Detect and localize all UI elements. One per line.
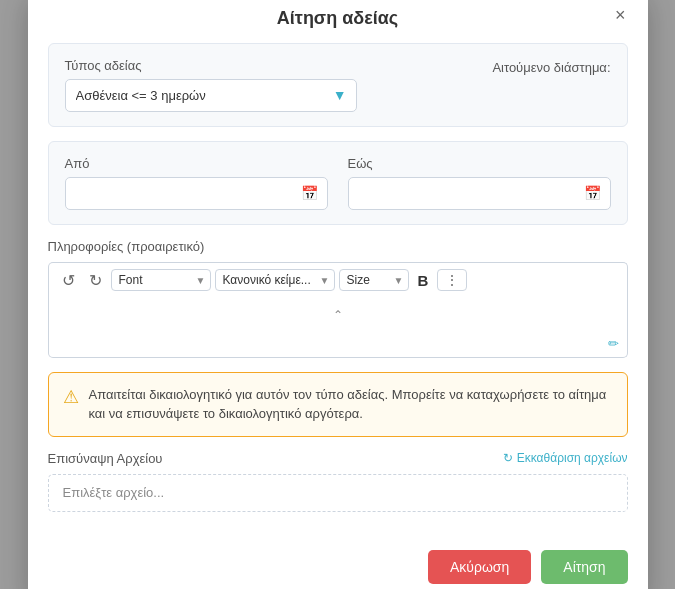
- date-section: Από 📅 Εώς 📅: [48, 141, 628, 225]
- undo-icon: ↺: [62, 271, 75, 290]
- bold-icon: B: [418, 272, 429, 289]
- cancel-button[interactable]: Ακύρωση: [428, 550, 531, 584]
- to-date-wrapper: 📅: [348, 177, 611, 210]
- style-select-wrapper: Κανονικό κείμε... ▼: [215, 269, 335, 291]
- more-options-button[interactable]: ⋮: [437, 269, 467, 291]
- modal-dialog: Αίτηση αδείας × Τύπος αδείας Ασθένεια <=…: [28, 0, 648, 589]
- chevron-up-icon: ⌃: [57, 306, 619, 322]
- redo-button[interactable]: ↻: [84, 269, 107, 292]
- file-upload-placeholder: Επιλέξτε αρχείο...: [63, 485, 165, 500]
- aiteumeno-group: Αιτούμενο διάστημα:: [377, 58, 611, 112]
- font-select[interactable]: Font: [111, 269, 211, 291]
- from-date-group: Από 📅: [65, 156, 328, 210]
- to-date-group: Εώς 📅: [348, 156, 611, 210]
- alert-text: Απαιτείται δικαιολογητικό για αυτόν τον …: [89, 385, 613, 424]
- from-date-label: Από: [65, 156, 328, 171]
- file-upload-area[interactable]: Επιλέξτε αρχείο...: [48, 474, 628, 512]
- clear-files-label: Εκκαθάριση αρχείων: [517, 451, 628, 465]
- more-icon: ⋮: [445, 272, 459, 288]
- leave-type-select-wrapper: Ασθένεια <= 3 ημερών ▼: [65, 79, 357, 112]
- to-date-label: Εώς: [348, 156, 611, 171]
- bold-button[interactable]: B: [413, 270, 434, 291]
- leave-type-label: Τύπος αδείας: [65, 58, 357, 73]
- modal-title: Αίτηση αδείας: [277, 8, 398, 29]
- leave-type-row: Τύπος αδείας Ασθένεια <= 3 ημερών ▼ Αιτο…: [65, 58, 611, 112]
- refresh-icon: ↻: [503, 451, 513, 465]
- modal-header: Αίτηση αδείας ×: [28, 0, 648, 43]
- alert-box: ⚠ Απαιτείται δικαιολογητικό για αυτόν το…: [48, 372, 628, 437]
- undo-button[interactable]: ↺: [57, 269, 80, 292]
- info-label: Πληροφορίες (προαιρετικό): [48, 239, 628, 254]
- edit-icon: ✏: [608, 336, 619, 351]
- file-upload-section: Επισύναψη Αρχείου ↻ Εκκαθάριση αρχείων Ε…: [48, 451, 628, 512]
- clear-files-button[interactable]: ↻ Εκκαθάριση αρχείων: [503, 451, 628, 465]
- size-select[interactable]: Size: [339, 269, 409, 291]
- aiteumeno-label: Αιτούμενο διάστημα:: [377, 58, 611, 75]
- date-row: Από 📅 Εώς 📅: [65, 156, 611, 210]
- leave-type-group: Τύπος αδείας Ασθένεια <= 3 ημερών ▼: [65, 58, 357, 112]
- font-select-wrapper: Font ▼: [111, 269, 211, 291]
- size-select-wrapper: Size ▼: [339, 269, 409, 291]
- from-date-wrapper: 📅: [65, 177, 328, 210]
- submit-button[interactable]: Αίτηση: [541, 550, 627, 584]
- file-upload-label: Επισύναψη Αρχείου: [48, 451, 163, 466]
- style-select[interactable]: Κανονικό κείμε...: [215, 269, 335, 291]
- info-section: Πληροφορίες (προαιρετικό) ↺ ↻ Font ▼: [48, 239, 628, 358]
- leave-type-section: Τύπος αδείας Ασθένεια <= 3 ημερών ▼ Αιτο…: [48, 43, 628, 127]
- editor-area[interactable]: ⌃ ✏: [48, 298, 628, 358]
- leave-type-select[interactable]: Ασθένεια <= 3 ημερών: [65, 79, 357, 112]
- to-date-input[interactable]: [348, 177, 611, 210]
- modal-footer: Ακύρωση Αίτηση: [28, 540, 648, 590]
- close-button[interactable]: ×: [609, 4, 632, 26]
- redo-icon: ↻: [89, 271, 102, 290]
- modal-overlay: Αίτηση αδείας × Τύπος αδείας Ασθένεια <=…: [0, 0, 675, 589]
- warning-icon: ⚠: [63, 386, 79, 408]
- from-date-input[interactable]: [65, 177, 328, 210]
- file-upload-header: Επισύναψη Αρχείου ↻ Εκκαθάριση αρχείων: [48, 451, 628, 466]
- modal-body: Τύπος αδείας Ασθένεια <= 3 ημερών ▼ Αιτο…: [28, 43, 648, 540]
- editor-toolbar: ↺ ↻ Font ▼ Κανονικό κείμε...: [48, 262, 628, 298]
